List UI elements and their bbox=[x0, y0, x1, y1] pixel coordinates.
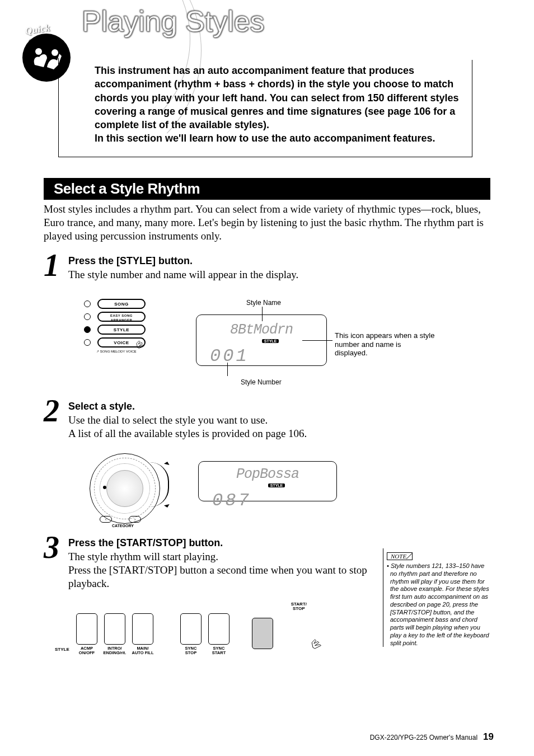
step-number: 3 bbox=[44, 529, 59, 565]
lcd-style-name: 8BtModrn bbox=[196, 322, 326, 338]
step-body-line: A list of all the available styles is pr… bbox=[68, 428, 307, 439]
svg-point-0 bbox=[35, 48, 42, 55]
step1-graphic: SONG EASY SONG ARRANGER STYLE VOICE ↗ SO… bbox=[84, 297, 442, 392]
category-plus-button: › bbox=[129, 516, 141, 523]
main-autofill-button bbox=[132, 613, 153, 645]
icon-callout-text: This icon appears when a style number an… bbox=[335, 331, 435, 358]
section-heading: Select a Style Rhythm bbox=[44, 178, 490, 200]
step-number: 2 bbox=[44, 393, 59, 429]
step-body: The style number and name will appear in… bbox=[68, 268, 490, 281]
note-title: NOTE bbox=[387, 552, 413, 560]
step2-graphic: ‹ › CATEGORY PopBossa STYLE 087 bbox=[90, 453, 369, 526]
step3-graphic: STYLE START/ STOP ACMP ON/OFF INTRO/ END… bbox=[75, 602, 332, 669]
step-heading: Select a style. bbox=[68, 401, 490, 412]
page: Quick Guide Playing Styles This instrume… bbox=[0, 0, 534, 756]
lcd-style-name: PopBossa bbox=[199, 466, 336, 482]
step-heading: Press the [STYLE] button. bbox=[68, 255, 490, 267]
step-1: 1 Press the [STYLE] button. The style nu… bbox=[44, 255, 490, 281]
leader-line bbox=[227, 363, 228, 376]
step-body: The style rhythm will start playing. Pre… bbox=[68, 550, 382, 590]
page-footer: DGX-220/YPG-225 Owner's Manual 19 bbox=[370, 731, 494, 743]
step-heading: Press the [START/STOP] button. bbox=[68, 537, 490, 549]
lcd-style-number: 087 bbox=[199, 490, 336, 511]
step-body: Use the dial to select the style you wan… bbox=[68, 414, 490, 440]
page-number: 19 bbox=[483, 731, 494, 743]
manual-name: DGX-220/YPG-225 Owner's Manual bbox=[370, 734, 477, 741]
style-number-label: Style Number bbox=[241, 378, 282, 386]
step-number: 1 bbox=[44, 247, 59, 283]
lcd-style-badge: STYLE bbox=[262, 339, 279, 343]
sync-start-button bbox=[208, 613, 229, 645]
start-stop-button bbox=[252, 618, 273, 649]
pointing-hand-icon bbox=[308, 633, 328, 654]
dial-control-icon bbox=[90, 453, 160, 524]
intro-text: This instrument has an auto accompanimen… bbox=[95, 64, 461, 145]
melody-voice-text: SONG MELODY VOICE bbox=[100, 350, 137, 353]
note-box: NOTE • Style numbers 121, 133–150 have n… bbox=[383, 548, 489, 647]
lcd-style-number: 001 bbox=[196, 346, 326, 367]
note-body: • Style numbers 121, 133–150 have no rhy… bbox=[387, 562, 489, 647]
pointing-hand-icon bbox=[133, 336, 150, 353]
radio-off-icon bbox=[84, 300, 91, 307]
section-body: Most styles includes a rhythm part. You … bbox=[44, 203, 490, 242]
category-label: CATEGORY bbox=[112, 524, 134, 528]
radio-off-icon bbox=[84, 313, 91, 320]
radio-on-icon bbox=[84, 326, 91, 333]
svg-point-1 bbox=[51, 49, 58, 56]
intro-ending-button bbox=[104, 613, 125, 645]
lcd-style-badge: STYLE bbox=[268, 483, 285, 487]
style-button: STYLE bbox=[97, 325, 146, 335]
radio-off-icon bbox=[84, 339, 91, 346]
step-body-line: The style rhythm will start playing. bbox=[68, 551, 218, 562]
start-stop-label: START/ STOP bbox=[291, 602, 307, 612]
step-body-line: Press the [START/STOP] button a second t… bbox=[68, 564, 367, 589]
style-control-row: ACMP ON/OFF INTRO/ ENDING/rit. MAIN/ AUT… bbox=[75, 613, 274, 655]
page-title: Playing Styles bbox=[82, 4, 265, 38]
category-buttons: ‹ › bbox=[100, 516, 141, 523]
lcd-display: PopBossa STYLE 087 bbox=[198, 461, 337, 501]
acmp-button bbox=[76, 613, 97, 645]
category-minus-button: ‹ bbox=[100, 516, 112, 523]
leader-line bbox=[302, 340, 332, 341]
step-body-line: Use the dial to select the style you wan… bbox=[68, 414, 268, 426]
song-button: SONG bbox=[97, 299, 146, 309]
intro-box: This instrument has an auto accompanimen… bbox=[58, 58, 472, 157]
style-name-label: Style Name bbox=[246, 299, 281, 307]
step-2: 2 Select a style. Use the dial to select… bbox=[44, 401, 490, 440]
easy-song-arranger-button: EASY SONG ARRANGER bbox=[97, 312, 146, 322]
sync-stop-button bbox=[180, 613, 202, 645]
rotate-arrow-icon bbox=[150, 462, 169, 507]
style-section-label: STYLE bbox=[55, 647, 69, 652]
